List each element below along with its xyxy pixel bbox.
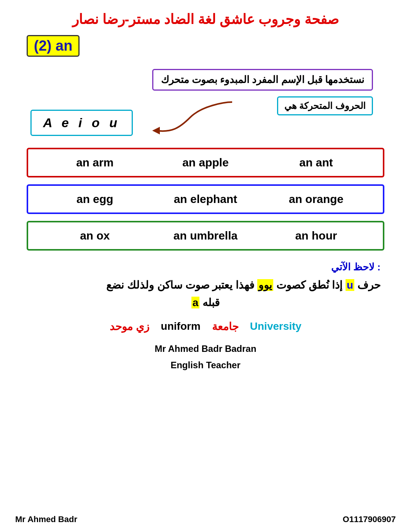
footer-center: Mr Ahmed Badr Badran English Teacher <box>15 340 396 373</box>
word-3-2: an umbrella <box>150 229 261 242</box>
word-1-1: an arm <box>40 156 150 169</box>
word-row-3: an ox an umbrella an hour <box>27 221 384 251</box>
purple-box-container: نستخدمها قبل الإسم المفرد المبدوء بصوت م… <box>15 69 396 91</box>
title-badge: (2) an <box>27 35 80 57</box>
note-text-line2: قبله a <box>30 296 381 309</box>
word-2-3: an orange <box>261 193 371 206</box>
word-2-1: an egg <box>40 193 150 206</box>
zay-mowhad-word: زي موحد <box>110 320 150 333</box>
small-label-box: الحروف المتحركة هي <box>277 96 373 115</box>
footer-title: English Teacher <box>15 357 396 373</box>
svg-marker-0 <box>152 127 160 134</box>
word-1-3: an ant <box>261 156 371 169</box>
word-row-2: an egg an elephant an orange <box>27 184 384 214</box>
note-section: : لاحظ الآتي حرف u إذا نُطق كصوت يوو فهذ… <box>15 257 396 313</box>
note-label: : لاحظ الآتي <box>30 261 381 273</box>
word-row-1: an arm an apple an ant <box>27 148 384 177</box>
university-word: University <box>250 320 301 332</box>
page-container: صفحة وجروب عاشق لغة الضاد مستر-رضا نصار … <box>0 0 411 532</box>
note-text-before-u: حرف <box>354 279 381 291</box>
university-row: University جامعة uniform زي موحد <box>15 320 396 333</box>
page-title: صفحة وجروب عاشق لغة الضاد مستر-رضا نصار <box>15 11 396 27</box>
word-3-3: an hour <box>261 229 371 242</box>
footer-left-name: Mr Ahmed Badr <box>15 514 77 524</box>
arrow-icon <box>133 94 240 140</box>
uniform-word: uniform <box>161 320 201 332</box>
note-yoow-highlight: يوو <box>257 279 273 291</box>
note-text-line1: حرف u إذا نُطق كصوت يوو فهذا يعتبر صوت س… <box>30 277 381 294</box>
purple-box: نستخدمها قبل الإسم المفرد المبدوء بصوت م… <box>152 69 373 91</box>
word-2-2: an elephant <box>150 193 261 206</box>
note-u-highlight: u <box>346 279 354 291</box>
word-3-1: an ox <box>40 229 150 242</box>
footer-phone: O1117906907 <box>343 514 396 524</box>
note-qablahu: قبله <box>199 297 220 308</box>
vowels-box: A e i o u <box>30 110 133 136</box>
footer-name: Mr Ahmed Badr Badran <box>15 340 396 357</box>
vowel-definition-area: A e i o u الحروف المتحركة هي <box>15 94 396 140</box>
jami3a-word: جامعة <box>212 320 239 333</box>
note-text-after: فهذا يعتبر صوت ساكن ولذلك نضع <box>106 279 254 291</box>
word-1-2: an apple <box>150 156 261 169</box>
note-a-highlight: a <box>191 297 200 308</box>
footer-bottom: Mr Ahmed Badr O1117906907 <box>8 514 403 524</box>
note-text-mid: إذا نُطق كصوت <box>273 279 342 291</box>
